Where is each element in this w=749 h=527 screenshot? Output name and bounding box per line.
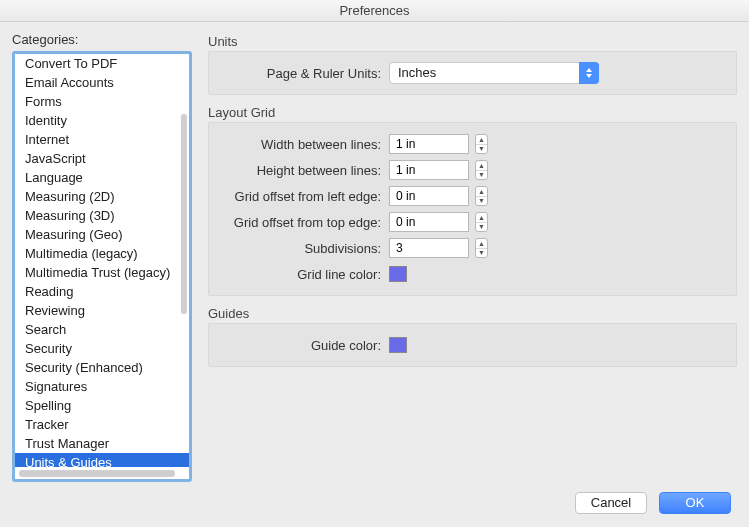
offset-top-input[interactable] <box>389 212 469 232</box>
list-item[interactable]: Forms <box>15 92 189 111</box>
list-item[interactable]: Units & Guides <box>15 453 189 467</box>
width-between-lines-input[interactable] <box>389 134 469 154</box>
list-item[interactable]: Measuring (3D) <box>15 206 189 225</box>
list-item[interactable]: Signatures <box>15 377 189 396</box>
subdivisions-stepper[interactable]: ▲ ▼ <box>475 238 488 258</box>
width-between-lines-label: Width between lines: <box>219 137 389 152</box>
list-item[interactable]: Identity <box>15 111 189 130</box>
grid-line-color-label: Grid line color: <box>219 267 389 282</box>
list-item[interactable]: Reading <box>15 282 189 301</box>
page-ruler-units-select[interactable]: Inches <box>389 62 599 84</box>
page-ruler-units-value[interactable]: Inches <box>389 62 599 84</box>
list-item[interactable]: Security <box>15 339 189 358</box>
stepper-down-icon[interactable]: ▼ <box>476 196 487 206</box>
window-title: Preferences <box>0 0 749 22</box>
stepper-down-icon[interactable]: ▼ <box>476 248 487 258</box>
scrollbar-vertical[interactable] <box>181 114 187 314</box>
stepper-up-icon[interactable]: ▲ <box>476 187 487 196</box>
stepper-up-icon[interactable]: ▲ <box>476 213 487 222</box>
stepper-down-icon[interactable]: ▼ <box>476 222 487 232</box>
offset-left-label: Grid offset from left edge: <box>219 189 389 204</box>
subdivisions-label: Subdivisions: <box>219 241 389 256</box>
stepper-down-icon[interactable]: ▼ <box>476 170 487 180</box>
list-item[interactable]: Spelling <box>15 396 189 415</box>
scrollbar-horizontal[interactable] <box>19 470 175 477</box>
list-item[interactable]: Tracker <box>15 415 189 434</box>
cancel-button[interactable]: Cancel <box>575 492 647 514</box>
list-item[interactable]: Language <box>15 168 189 187</box>
list-item[interactable]: Multimedia (legacy) <box>15 244 189 263</box>
page-ruler-units-label: Page & Ruler Units: <box>219 66 389 81</box>
units-section-title: Units <box>208 32 737 51</box>
stepper-down-icon[interactable]: ▼ <box>476 144 487 154</box>
grid-line-color-swatch[interactable] <box>389 266 407 282</box>
list-item[interactable]: Internet <box>15 130 189 149</box>
subdivisions-input[interactable] <box>389 238 469 258</box>
guides-section-title: Guides <box>208 304 737 323</box>
chevron-updown-icon <box>579 62 599 84</box>
list-item[interactable]: Measuring (Geo) <box>15 225 189 244</box>
list-item[interactable]: Reviewing <box>15 301 189 320</box>
categories-listbox[interactable]: Convert To PDFEmail AccountsFormsIdentit… <box>12 51 192 482</box>
list-item[interactable]: Convert To PDF <box>15 54 189 73</box>
list-item[interactable]: Trust Manager <box>15 434 189 453</box>
list-item[interactable]: Multimedia Trust (legacy) <box>15 263 189 282</box>
width-stepper[interactable]: ▲ ▼ <box>475 134 488 154</box>
height-between-lines-label: Height between lines: <box>219 163 389 178</box>
list-item[interactable]: Search <box>15 320 189 339</box>
list-item[interactable]: Security (Enhanced) <box>15 358 189 377</box>
guide-color-swatch[interactable] <box>389 337 407 353</box>
ok-button[interactable]: OK <box>659 492 731 514</box>
layout-grid-section-title: Layout Grid <box>208 103 737 122</box>
stepper-up-icon[interactable]: ▲ <box>476 135 487 144</box>
offset-top-label: Grid offset from top edge: <box>219 215 389 230</box>
height-between-lines-input[interactable] <box>389 160 469 180</box>
offset-left-input[interactable] <box>389 186 469 206</box>
list-item[interactable]: Measuring (2D) <box>15 187 189 206</box>
categories-label: Categories: <box>12 32 192 47</box>
stepper-up-icon[interactable]: ▲ <box>476 161 487 170</box>
offset-left-stepper[interactable]: ▲ ▼ <box>475 186 488 206</box>
offset-top-stepper[interactable]: ▲ ▼ <box>475 212 488 232</box>
list-item[interactable]: Email Accounts <box>15 73 189 92</box>
height-stepper[interactable]: ▲ ▼ <box>475 160 488 180</box>
stepper-up-icon[interactable]: ▲ <box>476 239 487 248</box>
guide-color-label: Guide color: <box>219 338 389 353</box>
list-item[interactable]: JavaScript <box>15 149 189 168</box>
